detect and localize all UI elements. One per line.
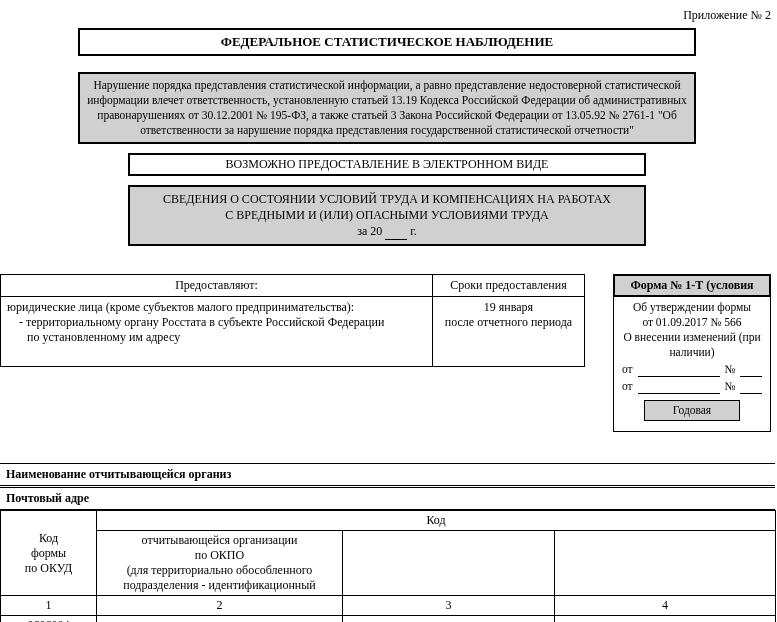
code-col3-header bbox=[343, 531, 555, 596]
code-table: Код формы по ОКУД Код отчитывающейся орг… bbox=[0, 510, 776, 622]
report-title-line1: СВЕДЕНИЯ О СОСТОЯНИИ УСЛОВИЙ ТРУДА И КОМ… bbox=[132, 191, 642, 207]
okud-l2: формы bbox=[5, 546, 92, 561]
okpo-l3: (для территориально обособленного bbox=[101, 563, 338, 578]
report-year-line: за 20 г. bbox=[132, 223, 642, 239]
org-name-label: Наименование отчитывающейся организ bbox=[0, 464, 237, 485]
present-body-right: 19 января после отчетного периода bbox=[433, 297, 585, 367]
ot-label-2: от bbox=[622, 379, 636, 394]
ot-blank-2 bbox=[638, 382, 720, 394]
form-number-body: Об утверждении формы от 01.09.2017 № 566… bbox=[613, 297, 771, 432]
colnum-4: 4 bbox=[555, 596, 776, 616]
form-change-row-2: от № bbox=[618, 379, 766, 394]
form-approval-l1: Об утверждении формы bbox=[618, 300, 766, 315]
present-body-left: юридические лица (кроме субъектов малого… bbox=[1, 297, 433, 367]
okud-l3: по ОКУД bbox=[5, 561, 92, 576]
present-header-right: Сроки предоставления bbox=[433, 275, 585, 297]
form-changes: О внесении изменений (при наличии) bbox=[618, 330, 766, 360]
postal-address-row: Почтовый адре bbox=[0, 487, 775, 510]
colnum-1: 1 bbox=[1, 596, 97, 616]
org-name-value bbox=[237, 464, 775, 485]
okpo-l1: отчитывающейся организации bbox=[101, 533, 338, 548]
main-title: ФЕДЕРАЛЬНОЕ СТАТИСТИЧЕСКОЕ НАБЛЮДЕНИЕ bbox=[78, 28, 696, 56]
code3-value bbox=[343, 616, 555, 623]
colnum-2: 2 bbox=[97, 596, 343, 616]
code-header: Код bbox=[97, 511, 776, 531]
year-prefix: за 20 bbox=[357, 224, 382, 238]
postal-address-value bbox=[95, 488, 775, 509]
okud-header: Код формы по ОКУД bbox=[1, 511, 97, 596]
year-suffix: г. bbox=[410, 224, 417, 238]
form-change-row-1: от № bbox=[618, 362, 766, 377]
warning-text: Нарушение порядка представления статисти… bbox=[78, 72, 696, 144]
year-blank bbox=[385, 228, 407, 240]
postal-address-label: Почтовый адре bbox=[0, 488, 95, 509]
present-left-l2: - территориальному органу Росстата в суб… bbox=[7, 315, 426, 330]
num-label-1: № bbox=[722, 362, 738, 377]
present-left-l3: по установленному им адресу bbox=[7, 330, 426, 345]
electronic-notice: ВОЗМОЖНО ПРЕДОСТАВЛЕНИЕ В ЭЛЕКТРОННОМ ВИ… bbox=[128, 153, 646, 176]
present-left-l1: юридические лица (кроме субъектов малого… bbox=[7, 300, 426, 315]
ot-label-1: от bbox=[622, 362, 636, 377]
okpo-value bbox=[97, 616, 343, 623]
appendix-label: Приложение № 2 bbox=[683, 8, 771, 23]
form-approval-l2: от 01.09.2017 № 566 bbox=[618, 315, 766, 330]
okud-l1: Код bbox=[5, 531, 92, 546]
present-header-left: Предоставляют: bbox=[1, 275, 433, 297]
okpo-l4: подразделения - идентификационный bbox=[101, 578, 338, 593]
colnum-3: 3 bbox=[343, 596, 555, 616]
ot-blank-1 bbox=[638, 365, 720, 377]
okpo-header: отчитывающейся организации по ОКПО (для … bbox=[97, 531, 343, 596]
report-title-line2: С ВРЕДНЫМИ И (ИЛИ) ОПАСНЫМИ УСЛОВИЯМИ ТР… bbox=[132, 207, 642, 223]
report-title-box: СВЕДЕНИЯ О СОСТОЯНИИ УСЛОВИЙ ТРУДА И КОМ… bbox=[128, 185, 646, 246]
present-right-l2: после отчетного периода bbox=[439, 315, 578, 330]
num-blank-1 bbox=[740, 365, 762, 377]
code-col4-header bbox=[555, 531, 776, 596]
okpo-l2: по ОКПО bbox=[101, 548, 338, 563]
present-right-l1: 19 января bbox=[439, 300, 578, 315]
num-label-2: № bbox=[722, 379, 738, 394]
okud-value: 0606004 bbox=[1, 616, 97, 623]
code4-value bbox=[555, 616, 776, 623]
num-blank-2 bbox=[740, 382, 762, 394]
annual-badge: Годовая bbox=[644, 400, 740, 421]
presentation-table: Предоставляют: Сроки предоставления юрид… bbox=[0, 274, 585, 367]
org-name-row: Наименование отчитывающейся организ bbox=[0, 463, 775, 486]
form-number-header: Форма № 1-Т (условия bbox=[613, 274, 771, 297]
form-number-box: Форма № 1-Т (условия Об утверждении форм… bbox=[613, 274, 771, 432]
